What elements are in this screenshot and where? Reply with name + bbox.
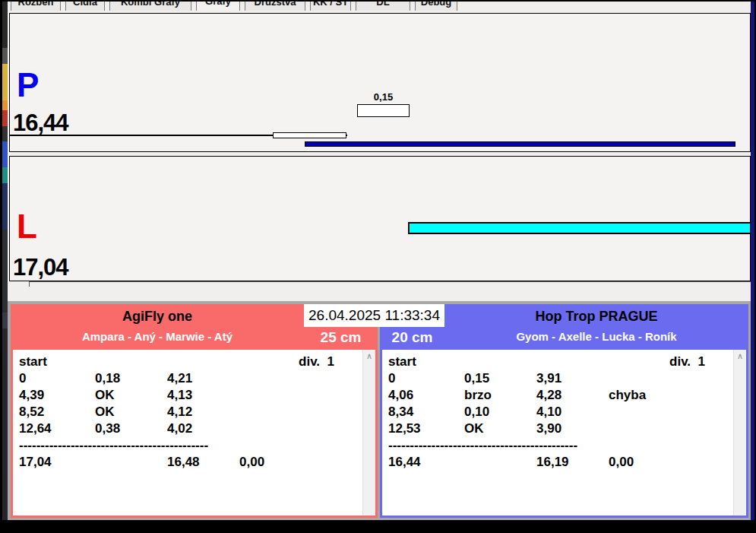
team-panel-right: Hop Trop PRAGUE Gyom - Axelle - Lucka - … bbox=[380, 304, 748, 518]
main-window: Rozběh Čidla Kombi Grafy Grafy Družstva … bbox=[8, 2, 751, 520]
total-cell bbox=[95, 454, 167, 471]
lane-p-gate-value: 0,15 bbox=[357, 91, 410, 103]
cell: 4,21 bbox=[167, 370, 239, 387]
cell: OK bbox=[95, 387, 167, 404]
tab-cidla[interactable]: Čidla bbox=[65, 2, 105, 11]
cell: 0 bbox=[19, 370, 95, 387]
tab-label: Debug bbox=[421, 2, 451, 8]
lane-p-track-marker bbox=[273, 132, 346, 138]
cell: chyba bbox=[609, 387, 726, 404]
tab-bar: Rozběh Čidla Kombi Grafy Grafy Družstva … bbox=[8, 2, 751, 11]
lane-l-time: 17,04 bbox=[13, 255, 68, 279]
window-right-edge bbox=[751, 2, 754, 520]
cell: 4,02 bbox=[167, 420, 239, 437]
team-right-name: Hop Trop PRAGUE bbox=[444, 309, 748, 325]
cell bbox=[609, 420, 726, 437]
cell bbox=[609, 404, 726, 420]
team-panel-left: AgiFly one Ampara - Aný - Marwie - Atý 2… bbox=[11, 304, 378, 518]
cell: OK bbox=[95, 404, 167, 420]
bottom-border bbox=[0, 520, 756, 533]
table-header-row: start div. 1 bbox=[19, 354, 356, 370]
cell: 8,34 bbox=[388, 404, 464, 420]
tab-label: Kombi Grafy bbox=[121, 2, 180, 8]
cell bbox=[609, 370, 726, 387]
team-left-jump-height: 25 cm bbox=[304, 329, 378, 346]
table-row: 8,340,104,10 bbox=[388, 404, 726, 420]
cell: 0 bbox=[388, 370, 464, 387]
background-window-sliver bbox=[2, 2, 8, 520]
separator-line bbox=[29, 281, 751, 282]
tab-rozbeh[interactable]: Rozběh bbox=[11, 2, 61, 11]
table-row: 4,39OK4,13 bbox=[19, 387, 356, 404]
scrollbar[interactable]: ∧ bbox=[362, 350, 375, 516]
cell: 0,15 bbox=[464, 370, 536, 387]
app-window: Rozběh Čidla Kombi Grafy Grafy Družstva … bbox=[0, 0, 756, 533]
cell: brzo bbox=[464, 387, 536, 404]
cell: OK bbox=[464, 420, 536, 437]
tab-grafy[interactable]: Grafy bbox=[196, 2, 240, 11]
scroll-up-icon[interactable]: ∧ bbox=[363, 351, 375, 360]
cell bbox=[239, 420, 356, 437]
team-right-members: Gyom - Axelle - Lucka - Roník bbox=[444, 330, 748, 343]
cell: 4,06 bbox=[388, 387, 464, 404]
tab-druzstva[interactable]: Družstva bbox=[245, 2, 305, 11]
tab-kombi-grafy[interactable]: Kombi Grafy bbox=[109, 2, 191, 11]
header-start: start bbox=[388, 354, 416, 370]
team-left-table-content: start div. 1 00,184,21 4,39OK4,13 8,52OK… bbox=[19, 354, 356, 471]
cell: 0,10 bbox=[464, 404, 536, 420]
scroll-up-icon[interactable]: ∧ bbox=[734, 351, 746, 360]
total-cell: 17,04 bbox=[19, 454, 95, 471]
tab-kk-st[interactable]: KK / ST bbox=[310, 2, 351, 11]
team-left-name: AgiFly one bbox=[11, 309, 304, 325]
cell: 3,90 bbox=[536, 420, 609, 437]
table-row: 12,53OK3,90 bbox=[388, 420, 726, 437]
lane-panel-p: P 16,44 0,15 bbox=[9, 13, 751, 152]
cell bbox=[239, 404, 356, 420]
table-totals-row: 17,0416,480,00 bbox=[19, 454, 356, 471]
table-separator: ----------------------------------------… bbox=[19, 437, 356, 454]
lane-p-progress-bar bbox=[305, 141, 735, 147]
cell bbox=[239, 387, 356, 404]
cell: 4,28 bbox=[536, 387, 609, 404]
lane-l-progress-bar bbox=[408, 222, 751, 234]
tab-label: Čidla bbox=[73, 2, 97, 8]
lane-p-time: 16,44 bbox=[13, 111, 68, 135]
cell: 4,13 bbox=[167, 387, 239, 404]
tab-label: KK / ST bbox=[313, 2, 348, 8]
tab-dl[interactable]: DL bbox=[356, 2, 410, 11]
team-right-table: start div. 1 00,153,91 4,06brzo4,28chyba… bbox=[382, 350, 746, 516]
lane-p-gate-box bbox=[357, 104, 410, 117]
results-section: 26.04.2025 11:33:34 AgiFly one Ampara - … bbox=[8, 301, 751, 520]
table-row: 12,640,384,02 bbox=[19, 420, 356, 437]
scrollbar[interactable]: ∧ bbox=[733, 350, 746, 516]
lane-l-letter: L bbox=[17, 210, 37, 243]
cell: 4,39 bbox=[19, 387, 95, 404]
cell: 3,91 bbox=[536, 370, 609, 387]
header-div: div. 1 bbox=[299, 354, 334, 370]
total-cell: 0,00 bbox=[609, 454, 726, 471]
table-header-row: start div. 1 bbox=[388, 354, 726, 370]
lane-panel-l: L 17,04 bbox=[9, 156, 751, 281]
header-div: div. 1 bbox=[669, 354, 705, 370]
team-right-table-content: start div. 1 00,153,91 4,06brzo4,28chyba… bbox=[388, 354, 726, 471]
team-left-members: Ampara - Aný - Marwie - Atý bbox=[11, 330, 304, 343]
tab-label: Grafy bbox=[205, 2, 231, 7]
header-start: start bbox=[19, 354, 47, 370]
cell: 8,52 bbox=[19, 404, 95, 420]
cell bbox=[239, 370, 356, 387]
table-row: 00,153,91 bbox=[388, 370, 726, 387]
table-row: 8,52OK4,12 bbox=[19, 404, 356, 420]
cell: 0,38 bbox=[95, 420, 167, 437]
total-cell: 16,19 bbox=[536, 454, 609, 471]
table-row: 4,06brzo4,28chyba bbox=[388, 387, 726, 404]
cell: 4,12 bbox=[167, 404, 239, 420]
lane-p-letter: P bbox=[17, 68, 39, 102]
tab-debug[interactable]: Debug bbox=[415, 2, 457, 11]
total-cell bbox=[464, 454, 536, 471]
table-separator: ----------------------------------------… bbox=[388, 437, 726, 454]
table-totals-row: 16,4416,190,00 bbox=[388, 454, 726, 471]
tab-label: DL bbox=[376, 2, 389, 8]
total-cell: 0,00 bbox=[239, 454, 356, 471]
table-row: 00,184,21 bbox=[19, 370, 356, 387]
cell: 0,18 bbox=[95, 370, 167, 387]
